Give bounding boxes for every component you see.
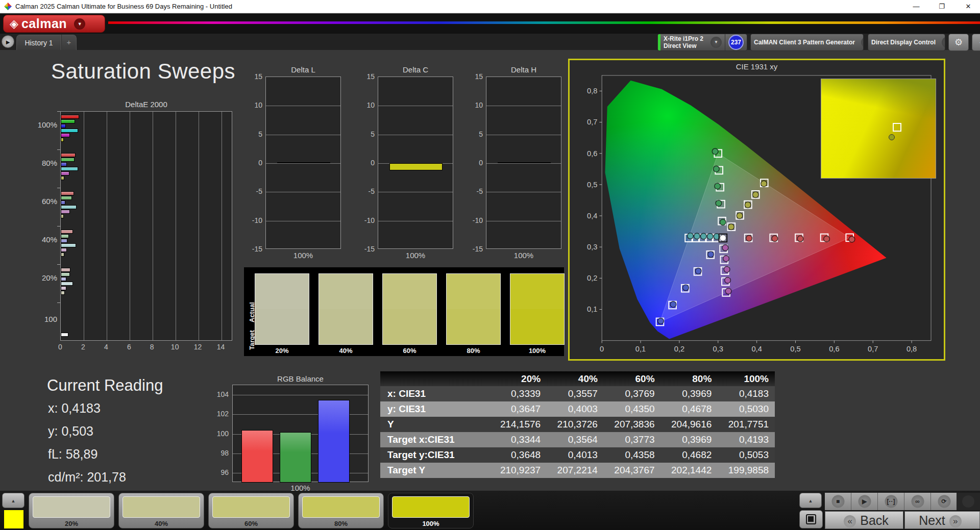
bar-60%-1 xyxy=(61,196,72,200)
continuous-button[interactable]: ∞ xyxy=(904,493,931,510)
x-tick-label: 6 xyxy=(121,343,137,351)
calman-menu-button[interactable]: ◈ calman ▼ xyxy=(3,15,105,33)
x-tick-label: 4 xyxy=(99,343,114,351)
gridline xyxy=(130,112,130,340)
actual-yellow xyxy=(737,213,743,219)
delta-l-plot xyxy=(265,77,341,249)
bar-100%-3 xyxy=(61,129,78,133)
gridline xyxy=(378,135,453,135)
refresh-button[interactable]: ⟳ xyxy=(931,493,958,510)
table-row: Target Y210,9237207,2214204,3767202,1442… xyxy=(380,463,775,478)
minimize-button[interactable]: — xyxy=(909,1,924,12)
bar-40%-3 xyxy=(61,243,76,247)
back-chevrons-icon: « xyxy=(844,515,856,527)
cell-value: 0,3647 xyxy=(489,401,547,417)
svg-text:0,3: 0,3 xyxy=(713,345,723,353)
actual-green xyxy=(720,219,726,225)
gridline xyxy=(107,112,107,340)
pattern-chip xyxy=(122,496,200,518)
y-tick-label: 0 xyxy=(357,159,375,167)
pattern-button-100%[interactable]: 100% xyxy=(388,493,474,528)
header-col-label xyxy=(380,371,489,386)
restore-button[interactable]: ❐ xyxy=(934,1,949,12)
gridline xyxy=(378,221,453,221)
transport-up-button[interactable]: ▲ xyxy=(799,493,822,508)
rgb-bar-red xyxy=(241,430,273,483)
group-label: 100 xyxy=(30,315,57,323)
delta-h-plot xyxy=(486,77,561,249)
y-tick-label: 15 xyxy=(245,72,262,81)
cell-value: 0,4193 xyxy=(718,432,775,447)
actual-cyan xyxy=(700,233,706,239)
pattern-button-20%[interactable]: 20% xyxy=(29,493,114,528)
measure-button[interactable]: [··] xyxy=(878,493,904,510)
add-tab-button[interactable]: + xyxy=(61,35,77,50)
pattern-panel-up-button[interactable]: ▲ xyxy=(2,493,24,508)
cell-value: 0,4678 xyxy=(661,401,718,417)
actual-blue xyxy=(708,251,714,258)
header-col-100%: 100% xyxy=(718,371,775,386)
chevron-down-icon[interactable]: ▼ xyxy=(74,18,85,30)
y-tick-label: 15 xyxy=(357,72,375,81)
page-title: Saturation Sweeps xyxy=(51,59,235,84)
chevron-down-icon[interactable]: ▼ xyxy=(942,37,945,48)
svg-text:0,8: 0,8 xyxy=(587,87,597,95)
bar-40%-5 xyxy=(61,253,64,257)
bar-60%-4 xyxy=(61,210,70,214)
pattern-window-button[interactable] xyxy=(799,510,823,528)
y-tick-label: 10 xyxy=(465,101,483,109)
swatch-actual-half xyxy=(510,274,564,309)
pattern-button-80%[interactable]: 80% xyxy=(298,493,384,528)
x-tick-label: 0 xyxy=(53,343,68,351)
actual-green xyxy=(714,166,720,172)
meter-dropdown-3[interactable]: Direct Display Control▼ xyxy=(868,34,945,51)
bar-100%-5 xyxy=(61,138,64,142)
rainbow-gradient-divider xyxy=(108,21,980,24)
cell-value: 204,3767 xyxy=(604,463,661,478)
chevron-down-icon[interactable]: ▼ xyxy=(861,37,864,48)
bar-80%-2 xyxy=(61,162,67,166)
cell-value: 0,4682 xyxy=(661,447,718,463)
actual-cyan xyxy=(707,233,713,239)
deltae-plot xyxy=(60,111,232,341)
actual-red xyxy=(772,236,778,242)
back-button[interactable]: «Back xyxy=(825,511,903,529)
settings-gear-button[interactable]: ⚙ xyxy=(948,34,969,51)
x-tick-label: 2 xyxy=(76,343,91,351)
svg-text:0,2: 0,2 xyxy=(587,274,597,282)
run-tab-button[interactable]: ▶ xyxy=(2,35,14,48)
swatch-actual-half xyxy=(447,274,500,309)
chevron-down-icon[interactable]: ▼ xyxy=(710,37,722,48)
y-tick-label: 10 xyxy=(357,101,375,109)
cell-value: 201,7751 xyxy=(718,417,775,432)
svg-text:0,2: 0,2 xyxy=(674,345,684,353)
swatch-label: 40% xyxy=(318,347,373,355)
actual-blue xyxy=(695,268,701,274)
actual-yellow xyxy=(752,192,758,198)
cell-value: 0,3969 xyxy=(661,432,718,447)
collapse-panel-button[interactable]: ◀ xyxy=(972,34,980,51)
swatch-label: 100% xyxy=(510,347,565,355)
pattern-button-60%[interactable]: 60% xyxy=(208,493,294,528)
tab-history-1[interactable]: History 1 xyxy=(16,35,61,50)
y-tick xyxy=(57,302,60,303)
gridline xyxy=(486,135,561,135)
pattern-chip xyxy=(302,496,380,518)
pattern-label: 40% xyxy=(119,520,204,527)
svg-text:0,4: 0,4 xyxy=(751,345,762,353)
bar-20%-5 xyxy=(61,291,65,295)
meter-dropdown-2[interactable]: CalMAN Client 3 Pattern Generator▼ xyxy=(750,34,864,51)
gridline xyxy=(266,221,340,221)
svg-text:0,7: 0,7 xyxy=(868,345,878,353)
next-button[interactable]: Next» xyxy=(904,511,980,529)
actual-magenta xyxy=(724,266,730,272)
app-icon xyxy=(4,3,12,10)
stop-button[interactable]: ■ xyxy=(825,493,851,510)
pattern-button-40%[interactable]: 40% xyxy=(118,493,204,528)
meter-dropdown-1[interactable]: X-Rite i1Pro 2Direct View▼237 xyxy=(657,34,747,51)
y-tick-label: 5 xyxy=(357,130,375,138)
close-button[interactable]: ✕ xyxy=(961,1,976,12)
gridline xyxy=(176,112,176,340)
play-button[interactable]: ▶ xyxy=(851,493,878,510)
swatch-100% xyxy=(510,273,565,345)
